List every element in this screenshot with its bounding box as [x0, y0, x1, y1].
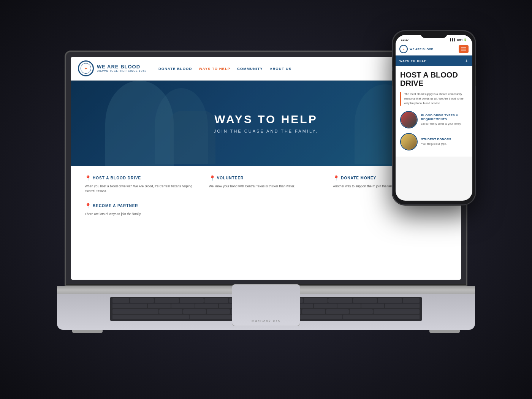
phone-logo-text: WE ARE BLOOD: [410, 48, 434, 51]
phone-main-title: HOST A BLOOD DRIVE: [400, 71, 468, 87]
pin-icon-1: 📍: [85, 175, 91, 181]
phone-card-text-block-1: BLOOD DRIVE TYPES & REQUIREMENTS Let our…: [421, 114, 468, 126]
phone-card-text-block-2: STUDENT DONORS Y'all are just our type.: [421, 138, 451, 146]
hero-title: WAYS TO HELP: [214, 113, 318, 126]
card-text-1: When you host a blood drive with We Are …: [85, 184, 199, 194]
pin-icon-4: 📍: [85, 203, 91, 209]
phone-card-desc-1: Let our family come to your family.: [421, 122, 468, 126]
logo-icon: ✦: [78, 60, 94, 76]
card-title-2: 📍 VOLUNTEER: [209, 175, 323, 181]
nav-donate-blood[interactable]: DONATE BLOOD: [158, 66, 192, 71]
logo-title: WE ARE BLOOD: [97, 64, 146, 69]
macbook-label: MacBook Pro: [252, 319, 280, 323]
phone-menu-button[interactable]: [459, 45, 469, 53]
phone-time: 10:17: [401, 38, 408, 41]
phone-logo[interactable]: ✦ WE ARE BLOOD: [399, 45, 434, 53]
phone-card-img-1: [400, 111, 418, 128]
laptop-keyboard-deck: MacBook Pro: [57, 294, 475, 330]
nav-community[interactable]: COMMUNITY: [237, 66, 263, 71]
phone-card-blood-drive[interactable]: BLOOD DRIVE TYPES & REQUIREMENTS Let our…: [400, 111, 468, 128]
phone-quote-block: The local blood supply is a shared commu…: [400, 92, 468, 106]
hero-subtitle: JOIN THE CUASE AND THE FAMILY.: [214, 129, 318, 133]
phone-card-student[interactable]: STUDENT DONORS Y'all are just our type.: [400, 133, 468, 150]
card-become-partner[interactable]: 📍 BECOME A PARTNER There are lots of way…: [82, 203, 202, 217]
phone-side-btn-right: [475, 65, 476, 86]
laptop-feet: [57, 330, 475, 334]
phone-card-img-2: [400, 133, 418, 150]
phone-content: HOST A BLOOD DRIVE The local blood suppl…: [396, 66, 472, 157]
card-text-2: We know your bond with Central Texas is …: [209, 184, 323, 189]
card-heading-4: BECOME A PARTNER: [93, 204, 138, 208]
nav-links: DONATE BLOOD WAYS TO HELP COMMUNITY ABOU…: [158, 66, 389, 71]
nav-about-us[interactable]: ABOUT US: [270, 66, 292, 71]
phone-card-desc-2: Y'all are just our type.: [421, 142, 451, 146]
phone-side-btn-left: [392, 58, 393, 67]
card-text-4: There are lots of ways to join the famil…: [85, 212, 199, 217]
card-heading-2: VOLUNTEER: [217, 176, 244, 180]
logo-text-block: WE ARE BLOOD DRAWN TOGETHER SINCE 1951: [97, 64, 146, 73]
ways-bar-plus: +: [465, 58, 469, 64]
card-heading-1: HOST A BLOOD DRIVE: [93, 176, 141, 180]
phone-quote-text: The local blood supply is a shared commu…: [404, 92, 468, 106]
phone-logo-icon: ✦: [399, 45, 408, 53]
pin-icon-2: 📍: [209, 175, 215, 181]
logo-area[interactable]: ✦ WE ARE BLOOD DRAWN TOGETHER SINCE 1951: [78, 60, 146, 76]
phone-screen: 10:17 ▌▌▌ WiFi 🔋 ✦ WE ARE BLOOD: [396, 35, 472, 201]
phone-status-icons: ▌▌▌ WiFi 🔋: [450, 38, 467, 41]
phone-side-btn-left2: [392, 71, 393, 86]
phone-device: 10:17 ▌▌▌ WiFi 🔋 ✦ WE ARE BLOOD: [392, 30, 476, 205]
card-title-1: 📍 HOST A BLOOD DRIVE: [85, 175, 199, 181]
nav-ways-to-help[interactable]: WAYS TO HELP: [199, 66, 230, 71]
pin-icon-3: 📍: [333, 175, 339, 181]
phone-card-title-1: BLOOD DRIVE TYPES & REQUIREMENTS: [421, 114, 468, 121]
phone-ways-bar[interactable]: WAYS TO HELP +: [396, 55, 472, 66]
card-title-4: 📍 BECOME A PARTNER: [85, 203, 199, 209]
phone-card-title-2: STUDENT DONORS: [421, 138, 451, 141]
logo-subtitle: DRAWN TOGETHER SINCE 1951: [97, 70, 146, 73]
card-volunteer[interactable]: 📍 VOLUNTEER We know your bond with Centr…: [206, 175, 326, 194]
card-host-blood-drive[interactable]: 📍 HOST A BLOOD DRIVE When you host a blo…: [82, 175, 202, 194]
hero-content: WAYS TO HELP JOIN THE CUASE AND THE FAMI…: [214, 113, 318, 133]
phone-navbar: ✦ WE ARE BLOOD: [396, 43, 472, 55]
phone-notch: [421, 31, 447, 38]
ways-bar-label: WAYS TO HELP: [399, 59, 427, 63]
card-heading-3: DONATE MONEY: [341, 176, 376, 180]
